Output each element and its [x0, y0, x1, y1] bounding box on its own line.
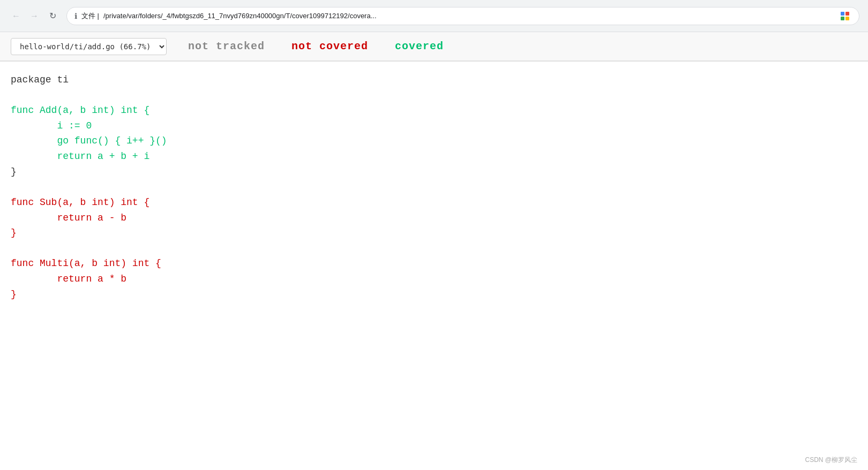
address-bar[interactable]: ℹ 文件 | /private/var/folders/_4/fwbtgszd6… [66, 7, 859, 25]
forward-button[interactable]: → [27, 9, 42, 24]
extension-icon [839, 10, 851, 22]
address-url: /private/var/folders/_4/fwbtgszd6_11_7nv… [103, 12, 377, 20]
back-arrow-icon: ← [12, 11, 20, 21]
code-line: i := 0 [11, 118, 857, 134]
svg-rect-1 [845, 12, 849, 16]
coverage-toolbar: hello-world/ti/add.go (66.7%) not tracke… [0, 32, 868, 62]
code-line: package ti [11, 72, 857, 88]
code-line: func Multi(a, b int) int { [11, 256, 857, 271]
address-prefix: 文件 | [81, 11, 99, 21]
code-area: package tifunc Add(a, b int) int { i := … [0, 62, 868, 324]
info-icon: ℹ [74, 12, 77, 20]
svg-rect-3 [845, 17, 849, 20]
coverage-legend: not tracked not covered covered [188, 40, 444, 52]
legend-not-tracked: not tracked [188, 40, 265, 52]
footer-text: CSDN @柳罗风尘 [805, 456, 857, 464]
code-line [11, 88, 857, 103]
reload-icon: ↻ [49, 11, 56, 21]
nav-buttons: ← → ↻ [9, 9, 60, 24]
file-selector: hello-world/ti/add.go (66.7%) [11, 38, 167, 55]
forward-arrow-icon: → [30, 11, 39, 21]
back-button[interactable]: ← [9, 9, 24, 24]
code-line: } [11, 225, 857, 241]
code-line: return a - b [11, 210, 857, 226]
legend-covered: covered [395, 40, 444, 52]
svg-rect-2 [841, 17, 844, 20]
svg-rect-0 [841, 12, 844, 16]
reload-button[interactable]: ↻ [45, 9, 60, 24]
file-select[interactable]: hello-world/ti/add.go (66.7%) [11, 38, 167, 55]
code-line [11, 180, 857, 195]
legend-not-covered: not covered [291, 40, 368, 52]
code-line: return a * b [11, 271, 857, 287]
browser-chrome: ← → ↻ ℹ 文件 | /private/var/folders/_4/fwb… [0, 0, 868, 32]
code-line: func Add(a, b int) int { [11, 103, 857, 118]
code-line: } [11, 164, 857, 180]
code-line: return a + b + i [11, 149, 857, 164]
footer: CSDN @柳罗风尘 [805, 456, 857, 465]
code-line [11, 241, 857, 256]
code-line: go func() { i++ }() [11, 133, 857, 149]
code-line: func Sub(a, b int) int { [11, 195, 857, 210]
code-line: } [11, 287, 857, 302]
